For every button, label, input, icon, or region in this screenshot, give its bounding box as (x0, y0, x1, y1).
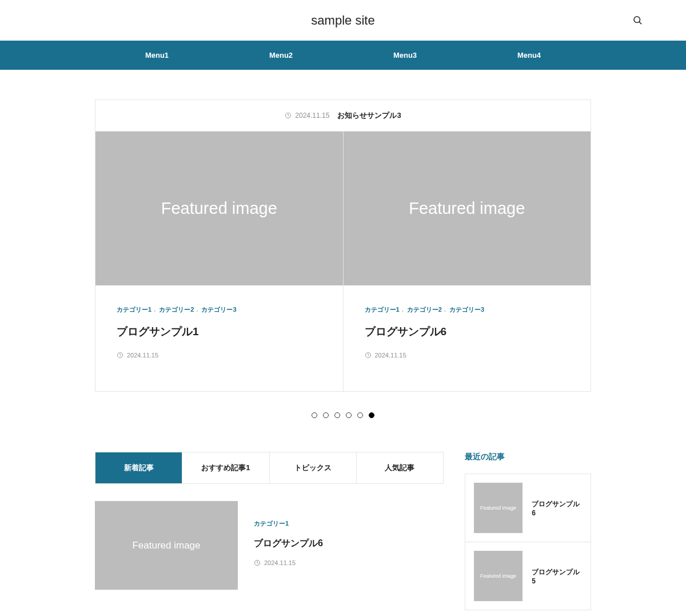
sidebar-thumbnail: Featured image (474, 483, 523, 533)
category-link[interactable]: カテゴリー3 (449, 305, 484, 314)
sidebar-item[interactable]: Featured imageブログサンプル6 (465, 474, 591, 542)
slide-categories: カテゴリー1 , カテゴリー2 , カテゴリー3 (365, 305, 570, 314)
nav-item-menu4[interactable]: Menu4 (467, 41, 591, 70)
post-item: Featured image カテゴリー1 ブログサンプル6 2024.11.1… (95, 501, 444, 590)
slide[interactable]: Featured imageカテゴリー1 , カテゴリー2 , カテゴリー3ブロ… (95, 132, 344, 392)
tab[interactable]: 新着記事 (95, 452, 182, 483)
category-link[interactable]: カテゴリー2 (407, 305, 442, 314)
slider-bullet[interactable] (334, 412, 340, 418)
nav-item-menu1[interactable]: Menu1 (95, 41, 219, 70)
tab-list: 新着記事おすすめ記事1トピックス人気記事 (95, 452, 444, 484)
nav-item-menu2[interactable]: Menu2 (219, 41, 343, 70)
slide[interactable]: Featured imageカテゴリー1 , カテゴリー2 , カテゴリー3ブロ… (344, 132, 592, 392)
slider-bullet[interactable] (369, 412, 374, 418)
search-icon (632, 15, 643, 27)
slide-image: Featured image (95, 132, 343, 285)
post-date: 2024.11.15 (254, 559, 444, 566)
clock-icon (285, 112, 292, 119)
sidebar-item-title: ブログサンプル5 (532, 567, 582, 585)
category-link[interactable]: カテゴリー1 (365, 305, 400, 314)
slider-bullet[interactable] (312, 412, 317, 418)
sidebar-thumbnail: Featured image (474, 551, 523, 601)
post-title[interactable]: ブログサンプル6 (254, 538, 444, 550)
post-thumbnail[interactable]: Featured image (95, 501, 238, 590)
slide-date: 2024.11.15 (365, 352, 570, 359)
sidebar-item[interactable]: Featured imageブログサンプル5 (465, 542, 591, 610)
tab[interactable]: 人気記事 (357, 452, 443, 483)
slide-categories: カテゴリー1 , カテゴリー2 , カテゴリー3 (117, 305, 322, 314)
slider-bullet[interactable] (346, 412, 352, 418)
slide-title: ブログサンプル1 (117, 324, 322, 339)
slide-image: Featured image (344, 132, 591, 285)
post-category[interactable]: カテゴリー1 (254, 519, 444, 528)
category-link[interactable]: カテゴリー3 (201, 305, 236, 314)
sidebar-recent-list: Featured imageブログサンプル6Featured imageブログサ… (465, 474, 591, 610)
slide-title: ブログサンプル6 (365, 324, 570, 339)
slider: Featured imageカテゴリー1 , カテゴリー2 , カテゴリー3ブロ… (95, 132, 591, 392)
info-title: お知らせサンプル3 (337, 111, 401, 120)
tab[interactable]: おすすめ記事1 (182, 452, 269, 483)
clock-icon (365, 352, 372, 359)
slider-bullet[interactable] (323, 412, 329, 418)
clock-icon (117, 352, 123, 359)
sidebar-item-title: ブログサンプル6 (532, 499, 582, 517)
sidebar-heading: 最近の記事 (465, 452, 591, 462)
info-date: 2024.11.15 (295, 112, 329, 120)
global-nav: Menu1Menu2Menu3Menu4 (0, 41, 686, 70)
tab[interactable]: トピックス (270, 452, 357, 483)
info-bar[interactable]: 2024.11.15お知らせサンプル3 (95, 100, 591, 132)
category-link[interactable]: カテゴリー1 (117, 305, 151, 314)
post-date-text: 2024.11.15 (264, 559, 296, 566)
slider-bullet[interactable] (357, 412, 363, 418)
clock-icon (254, 559, 261, 566)
slide-date: 2024.11.15 (117, 352, 322, 359)
svg-line-2 (639, 22, 641, 23)
nav-item-menu3[interactable]: Menu3 (343, 41, 467, 70)
slider-pagination (95, 412, 591, 418)
category-link[interactable]: カテゴリー2 (159, 305, 194, 314)
site-title: sample site (311, 13, 374, 28)
search-button[interactable] (632, 15, 643, 26)
